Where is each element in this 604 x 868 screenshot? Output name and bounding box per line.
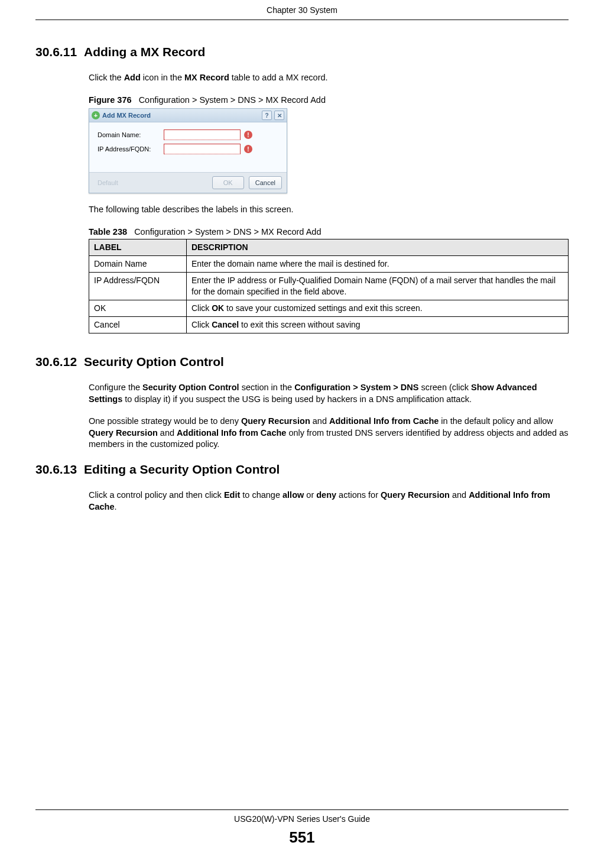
cell-label: OK (89, 300, 187, 317)
error-icon: ! (244, 145, 252, 153)
th-label: LABEL (89, 239, 187, 256)
plus-icon: + (92, 111, 100, 119)
ip-fqdn-row: IP Address/FQDN: ! (98, 144, 278, 154)
cell-desc: Click Cancel to exit this screen without… (187, 316, 569, 333)
guide-name: USG20(W)-VPN Series User's Guide (0, 814, 604, 825)
heading-30-6-11: 30.6.11Adding a MX Record (35, 44, 569, 60)
error-icon: ! (244, 131, 252, 139)
cell-label: IP Address/FQDN (89, 273, 187, 300)
domain-name-row: Domain Name: ! (98, 129, 278, 140)
domain-name-label: Domain Name: (98, 131, 164, 140)
page-number: 551 (0, 827, 604, 848)
dialog-footer: Default OK Cancel (89, 172, 287, 193)
section-title: Security Option Control (84, 355, 224, 368)
default-button[interactable]: Default (94, 179, 122, 187)
cell-desc: Enter the IP address or Fully-Qualified … (187, 273, 569, 300)
mx-record-table: LABEL DESCRIPTION Domain Name Enter the … (89, 239, 569, 333)
dialog-titlebar: + Add MX Record ? ✕ (89, 109, 287, 122)
ok-button[interactable]: OK (212, 176, 244, 189)
section-number: 30.6.11 (35, 44, 84, 60)
cell-desc: Enter the domain name where the mail is … (187, 256, 569, 273)
soc-paragraph-1: Configure the Security Option Control se… (89, 382, 569, 405)
dialog-body: Domain Name: ! IP Address/FQDN: ! (89, 122, 287, 172)
chapter-text: Chapter 30 System (267, 5, 337, 15)
section-title: Adding a MX Record (84, 45, 205, 59)
cell-label: Domain Name (89, 256, 187, 273)
table-row: Domain Name Enter the domain name where … (89, 256, 569, 273)
figure-caption: Figure 376 Configuration > System > DNS … (89, 95, 569, 106)
domain-name-input[interactable] (164, 129, 241, 140)
close-icon[interactable]: ✕ (274, 111, 284, 120)
cancel-button[interactable]: Cancel (249, 176, 282, 189)
section-number: 30.6.12 (35, 354, 84, 370)
table-intro: The following table describes the labels… (89, 204, 569, 216)
page-footer: USG20(W)-VPN Series User's Guide 551 (0, 809, 604, 848)
table-row: OK Click OK to save your customized sett… (89, 300, 569, 317)
cell-desc: Click OK to save your customized setting… (187, 300, 569, 317)
section-number: 30.6.13 (35, 461, 84, 478)
ip-fqdn-input[interactable] (164, 144, 241, 154)
table-header-row: LABEL DESCRIPTION (89, 239, 569, 256)
table-caption: Table 238 Configuration > System > DNS >… (89, 226, 569, 238)
intro-paragraph: Click the Add icon in the MX Record tabl… (89, 72, 569, 84)
edit-soc-paragraph: Click a control policy and then click Ed… (89, 490, 569, 513)
heading-30-6-12: 30.6.12Security Option Control (35, 354, 569, 370)
chapter-header: Chapter 30 System (35, 0, 569, 20)
section-title: Editing a Security Option Control (84, 462, 280, 476)
soc-paragraph-2: One possible strategy would be to deny Q… (89, 416, 569, 451)
table-row: IP Address/FQDN Enter the IP address or … (89, 273, 569, 300)
dialog-title-text: Add MX Record (102, 111, 151, 120)
cell-label: Cancel (89, 316, 187, 333)
add-mx-record-dialog: + Add MX Record ? ✕ Domain Name: ! IP Ad… (89, 108, 287, 193)
help-icon[interactable]: ? (262, 111, 272, 120)
table-row: Cancel Click Cancel to exit this screen … (89, 316, 569, 333)
ip-fqdn-label: IP Address/FQDN: (98, 145, 164, 154)
heading-30-6-13: 30.6.13Editing a Security Option Control (35, 461, 569, 478)
th-description: DESCRIPTION (187, 239, 569, 256)
